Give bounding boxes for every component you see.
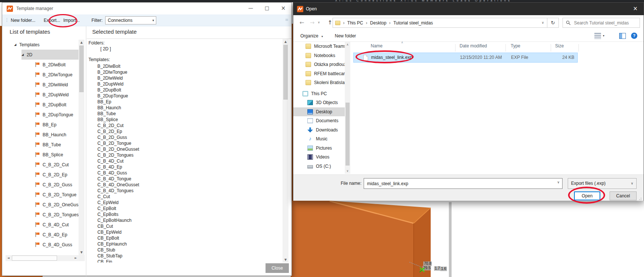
search-box[interactable] — [563, 18, 640, 28]
maximize-icon[interactable]: □ — [259, 3, 275, 14]
tree-template-item[interactable]: C_B_4D_Cut — [6, 220, 79, 230]
column-header-date[interactable]: Date modified — [460, 43, 487, 49]
tree-template-item[interactable]: BB_Haunch — [6, 130, 79, 140]
selected-template-item[interactable]: CB_Cut — [97, 223, 275, 229]
close-icon[interactable]: × — [627, 3, 644, 15]
tree-template-item[interactable]: C_B_4D_Guss — [6, 240, 79, 250]
scroll-down-icon[interactable]: ▼ — [79, 250, 84, 255]
breadcrumb-segment[interactable]: Tutorial steel_midas — [393, 20, 433, 26]
breadcrumb-segment[interactable]: Desktop — [370, 20, 386, 26]
nav-folder-item[interactable]: Microsoft Teams — [293, 42, 345, 51]
viewport-scroll-strip[interactable] — [449, 202, 451, 277]
file-name-combo[interactable]: ∨ — [364, 178, 563, 189]
selected-template-item[interactable]: C_EpBolt — [97, 206, 275, 211]
tree-template-item[interactable]: BB_Tube — [6, 140, 79, 150]
selected-template-item[interactable]: CB_StubTap — [97, 253, 275, 259]
tree-item-templates-root[interactable]: ◢ Templates — [6, 40, 79, 50]
tree-template-item[interactable]: B_2DupBolt — [6, 100, 79, 110]
scroll-up-icon[interactable]: ▲ — [79, 40, 84, 45]
nav-folder-item[interactable]: RFEM battlecard — [293, 69, 345, 79]
tree-template-item[interactable]: B_2DlwWeld — [6, 80, 79, 90]
help-icon[interactable]: ? — [631, 33, 637, 39]
scroll-up-icon[interactable]: ▲ — [283, 39, 288, 44]
selected-template-item[interactable]: C_B_4D_Ep — [97, 164, 275, 170]
refresh-icon[interactable]: ↻ — [547, 18, 559, 28]
column-header-type[interactable]: Type — [511, 43, 520, 49]
scrollbar-thumb[interactable] — [79, 46, 84, 92]
selected-template-item[interactable]: B_2DlwWeld — [97, 75, 275, 81]
selected-template-item[interactable]: C_B_2D_OneGusset — [97, 146, 275, 152]
nav-location-item[interactable]: Documents — [293, 116, 345, 126]
selected-template-item[interactable]: C_B_4D_Tongue — [97, 176, 275, 182]
column-header-name[interactable]: Name — [371, 43, 383, 49]
scrollbar-thumb[interactable] — [12, 256, 57, 261]
selected-template-item[interactable]: BB_Ep — [97, 99, 275, 105]
column-header-size[interactable]: Size — [555, 43, 564, 49]
selected-template-item[interactable]: B_2DlwTongue — [97, 69, 275, 75]
tree-template-item[interactable]: C_B_2D_OneGusset — [6, 200, 79, 210]
selected-template-item[interactable]: C_EpBolts — [97, 211, 275, 217]
tree-template-item[interactable]: C_B_2D_Ep — [6, 170, 79, 180]
tree-template-item[interactable]: C_B_2D_Tongue — [6, 190, 79, 200]
close-icon[interactable]: × — [275, 3, 291, 14]
resize-grip[interactable] — [641, 198, 641, 198]
selected-template-item[interactable]: BB_Splice — [97, 117, 275, 123]
tree-template-item[interactable]: B_2DupTongue — [6, 110, 79, 120]
cancel-button[interactable]: Cancel — [610, 191, 637, 200]
filter-dropdown[interactable]: Connections ▾ — [105, 16, 156, 24]
breadcrumb-segment[interactable]: This PC — [347, 20, 363, 26]
organize-button[interactable]: Organize ▾ — [300, 30, 323, 43]
selected-template-item[interactable]: BB_Tube — [97, 111, 275, 117]
selected-template-item[interactable]: CB_Fin — [97, 259, 275, 263]
selected-template-item[interactable]: C_B_4D_Tongues — [97, 188, 275, 194]
scroll-down-icon[interactable]: ▼ — [283, 257, 288, 263]
scroll-up-icon[interactable]: ∧ — [345, 42, 350, 47]
tree-template-item[interactable]: C_B_2D_Guss — [6, 180, 79, 190]
selected-template-item[interactable]: C_B_4D_Cut — [97, 158, 275, 164]
nav-folder-item[interactable]: Notebooks — [293, 51, 345, 60]
selected-template-item[interactable]: C_EpBoltHaunch — [97, 217, 275, 223]
selected-template-item[interactable]: CB_Stub — [97, 247, 275, 253]
nav-folder-item[interactable]: Skoleni Bratislav — [293, 78, 345, 87]
template-manager-titlebar[interactable]: Template manager — □ × — [2, 3, 291, 14]
nav-this-pc[interactable]: This PC — [293, 89, 345, 99]
tree-vertical-scrollbar[interactable]: ▲ ▼ — [79, 40, 84, 255]
minimize-icon[interactable]: — — [243, 3, 259, 14]
back-icon[interactable]: ← — [297, 15, 307, 30]
selected-template-item[interactable]: CB_EpHaunch — [97, 241, 275, 247]
selected-template-item[interactable]: CB_EpWeld — [97, 229, 275, 235]
nav-folder-item[interactable]: Otázka prodlouž — [293, 60, 345, 69]
close-button[interactable]: Close — [266, 263, 289, 273]
address-bar[interactable]: › This PC › Desktop › Tutorial steel_mid… — [333, 18, 547, 28]
selected-template-item[interactable]: C_B_2D_Ep — [97, 129, 275, 134]
tree-template-item[interactable]: B_2DlwTongue — [6, 70, 79, 80]
nav-location-item[interactable]: Desktop — [293, 107, 345, 117]
tree-item-2d-folder[interactable]: ◢ 2D — [6, 50, 79, 60]
expander-icon[interactable]: ◢ — [21, 53, 27, 56]
file-name-input[interactable] — [366, 179, 551, 188]
selected-template-item[interactable]: CB_EpBolt — [97, 235, 275, 241]
tree-horizontal-scrollbar[interactable]: ◄ ► — [6, 255, 79, 261]
scroll-down-icon[interactable]: ∨ — [345, 168, 350, 174]
selected-template-item[interactable]: B_2DlwBolt — [97, 63, 275, 69]
tree-template-item[interactable]: BB_Ep — [6, 120, 79, 130]
nav-location-item[interactable]: Pictures — [293, 144, 345, 153]
view-list-icon[interactable] — [594, 33, 601, 39]
selected-template-item[interactable]: C_B_4D_Guss — [97, 170, 275, 176]
selected-template-item[interactable]: C_B_2D_Guss — [97, 134, 275, 140]
tree-template-item[interactable]: C_B_2D_Tongues — [6, 210, 79, 220]
selected-template-item[interactable]: BB_Haunch — [97, 105, 275, 111]
tree-template-item[interactable]: B_2DupWeld — [6, 90, 79, 100]
tree-template-item[interactable]: C_B_4D_Ep — [6, 230, 79, 240]
nav-location-item[interactable]: OS (C:) — [293, 162, 345, 171]
new-folder-button[interactable]: New folder — [335, 30, 356, 42]
selected-template-item[interactable]: C_B_2D_Tongues — [97, 152, 275, 158]
new-folder-button[interactable]: New folder... — [11, 14, 36, 26]
nav-location-item[interactable]: ♪ Music — [293, 134, 345, 144]
scroll-right-icon[interactable]: ► — [73, 255, 79, 261]
nav-location-item[interactable]: Videos — [293, 153, 345, 162]
expander-icon[interactable]: ◢ — [14, 43, 19, 46]
selected-template-item[interactable]: B_2DupWeld — [97, 81, 275, 87]
selected-template-item[interactable]: C_Cut — [97, 194, 275, 200]
history-chevron-icon[interactable]: ∨ — [316, 15, 321, 30]
